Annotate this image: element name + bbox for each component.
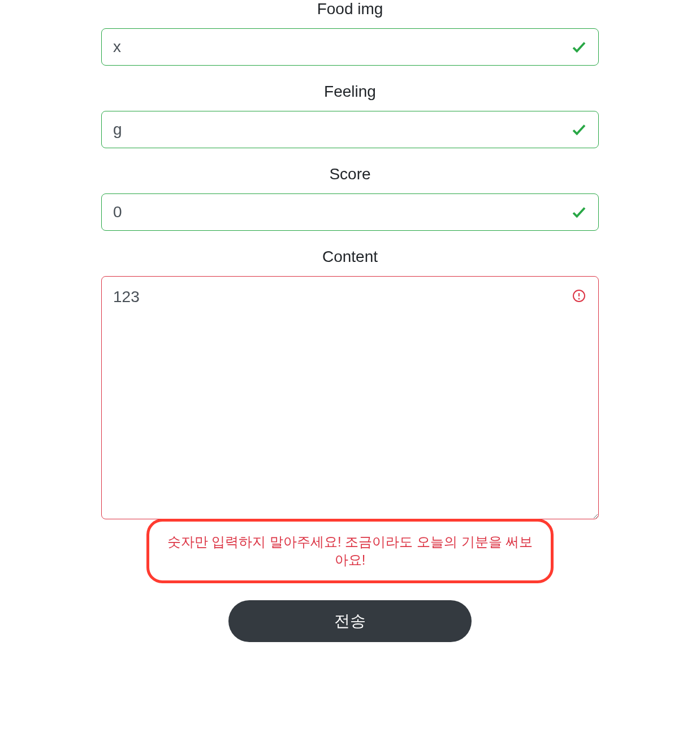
- feeling-label: Feeling: [23, 83, 677, 101]
- check-icon: [571, 38, 587, 55]
- feeling-input[interactable]: [101, 111, 599, 148]
- error-icon: [571, 287, 587, 304]
- food-img-input[interactable]: [101, 28, 599, 66]
- score-group: Score: [23, 165, 677, 231]
- content-input-wrapper: [101, 276, 599, 522]
- score-label: Score: [23, 165, 677, 183]
- food-img-label: Food img: [23, 0, 677, 18]
- error-highlight-box: 숫자만 입력하지 말아주세요! 조금이라도 오늘의 기분을 써보아요!: [146, 519, 554, 583]
- score-input-wrapper: [101, 193, 599, 231]
- food-img-group: Food img: [23, 0, 677, 66]
- svg-point-2: [579, 299, 580, 299]
- score-input[interactable]: [101, 193, 599, 231]
- feeling-input-wrapper: [101, 111, 599, 148]
- food-img-input-wrapper: [101, 28, 599, 66]
- content-error-message: 숫자만 입력하지 말아주세요! 조금이라도 오늘의 기분을 써보아요!: [166, 533, 534, 569]
- content-label: Content: [23, 248, 677, 266]
- content-textarea[interactable]: [101, 276, 599, 519]
- content-group: Content 숫자만 입력하지 말아주세요! 조금이라도 오늘의 기분을 써보…: [23, 248, 677, 583]
- check-icon: [571, 121, 587, 138]
- feeling-group: Feeling: [23, 83, 677, 148]
- check-icon: [571, 204, 587, 221]
- submit-button[interactable]: 전송: [228, 600, 472, 642]
